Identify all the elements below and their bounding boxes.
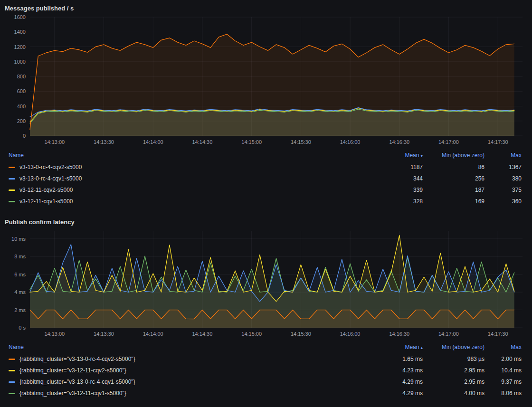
svg-text:14:16:30: 14:16:30 [389,139,409,145]
panel-title-messages-published[interactable]: Messages published / s [4,1,528,13]
svg-text:14:14:30: 14:14:30 [192,331,212,337]
series-min-value: 187 [423,187,484,193]
series-toggle[interactable]: v3-13-0-rc-4-cqv1-s5000 [5,175,352,182]
svg-text:1200: 1200 [14,44,26,50]
svg-text:14:13:00: 14:13:00 [44,331,65,337]
series-toggle[interactable]: v3-12-11-cqv1-s5000 [5,198,352,205]
legend-row: {rabbitmq_cluster="v3-13-0-rc-4-cqv1-s50… [5,376,522,388]
series-min-value: 983 µs [423,356,484,362]
legend-header-name[interactable]: Name [5,152,352,159]
svg-text:600: 600 [17,88,26,94]
series-mean-value: 1187 [352,164,423,170]
legend-header-name[interactable]: Name [5,344,352,350]
svg-text:14:13:30: 14:13:30 [94,331,114,337]
svg-text:14:15:00: 14:15:00 [241,139,262,145]
svg-text:14:16:30: 14:16:30 [389,331,409,337]
series-name-label: {rabbitmq_cluster="v3-13-0-rc-4-cqv2-s50… [19,356,135,362]
svg-text:8 ms: 8 ms [14,254,26,259]
panel-title-publish-confirm-latency[interactable]: Publish confirm latency [4,215,528,227]
legend-row: v3-13-0-rc-4-cqv2-s50001187861367 [5,161,522,173]
svg-text:14:16:00: 14:16:00 [340,331,361,337]
svg-text:14:16:00: 14:16:00 [340,139,361,145]
legend-header-min[interactable]: Min (above zero) [423,344,484,350]
series-name-label: v3-13-0-rc-4-cqv2-s5000 [19,164,82,170]
svg-text:14:14:00: 14:14:00 [143,139,163,145]
svg-text:0 s: 0 s [19,325,26,331]
publish-confirm-latency-chart[interactable]: 0 s2 ms4 ms6 ms8 ms10 ms14:13:0014:13:30… [4,227,528,340]
svg-text:14:13:30: 14:13:30 [94,139,114,145]
series-min-value: 86 [423,164,484,170]
svg-text:14:17:30: 14:17:30 [488,331,508,337]
svg-text:400: 400 [17,104,26,109]
svg-text:6 ms: 6 ms [14,272,26,277]
series-mean-value: 4.29 ms [352,379,423,385]
svg-text:14:15:30: 14:15:30 [291,139,311,145]
series-toggle[interactable]: {rabbitmq_cluster="v3-13-0-rc-4-cqv2-s50… [5,356,352,362]
series-color-swatch [9,393,15,394]
series-color-swatch [9,178,15,180]
series-min-value: 2.95 ms [423,367,484,374]
series-max-value: 8.06 ms [484,390,522,397]
legend-header-min[interactable]: Min (above zero) [423,152,484,159]
series-color-swatch [9,167,15,168]
svg-text:1400: 1400 [14,29,26,35]
panel-messages-published: Messages published / s 02004006008001000… [0,0,532,207]
series-mean-value: 4.23 ms [352,367,423,374]
series-max-value: 10.4 ms [484,367,522,374]
series-name-label: {rabbitmq_cluster="v3-12-11-cqv1-s5000"} [19,390,126,397]
legend-header-max[interactable]: Max [484,152,522,159]
series-max-value: 380 [484,175,522,182]
legend-row: {rabbitmq_cluster="v3-12-11-cqv1-s5000"}… [5,388,522,399]
series-toggle[interactable]: v3-13-0-rc-4-cqv2-s5000 [5,164,352,170]
series-max-value: 1367 [484,164,522,170]
svg-text:800: 800 [17,74,26,79]
series-name-label: {rabbitmq_cluster="v3-13-0-rc-4-cqv1-s50… [19,379,135,385]
panel-publish-confirm-latency: Publish confirm latency 0 s2 ms4 ms6 ms8… [0,214,532,399]
messages-published-chart[interactable]: 0200400600800100012001400160014:13:0014:… [4,13,528,148]
svg-text:14:15:30: 14:15:30 [291,331,311,337]
legend-row: {rabbitmq_cluster="v3-13-0-rc-4-cqv2-s50… [5,353,522,365]
svg-text:14:14:00: 14:14:00 [143,331,163,337]
svg-text:200: 200 [17,118,26,124]
legend-header: Name Mean▾ Min (above zero) Max [5,149,522,161]
legend-header-mean[interactable]: Mean▾ [352,152,423,159]
legend-header-max[interactable]: Max [484,344,522,350]
svg-text:14:13:00: 14:13:00 [44,139,65,145]
series-color-swatch [9,359,15,360]
svg-text:10 ms: 10 ms [11,236,26,242]
svg-text:14:14:30: 14:14:30 [192,139,212,145]
series-color-swatch [9,370,15,371]
series-min-value: 256 [423,175,484,182]
series-mean-value: 339 [352,187,423,193]
legend-rows: v3-13-0-rc-4-cqv2-s50001187861367v3-13-0… [5,161,522,207]
series-mean-value: 1.65 ms [352,356,423,362]
series-toggle[interactable]: {rabbitmq_cluster="v3-12-11-cqv2-s5000"} [5,367,352,374]
series-name-label: {rabbitmq_cluster="v3-12-11-cqv2-s5000"} [19,367,126,374]
series-mean-value: 328 [352,198,423,205]
series-toggle[interactable]: {rabbitmq_cluster="v3-12-11-cqv1-s5000"} [5,390,352,397]
series-color-swatch [9,201,15,202]
series-max-value: 9.37 ms [484,379,522,385]
series-color-swatch [9,189,15,191]
svg-text:4 ms: 4 ms [14,289,26,295]
series-toggle[interactable]: v3-12-11-cqv2-s5000 [5,187,352,193]
series-name-label: v3-13-0-rc-4-cqv1-s5000 [19,175,82,182]
series-mean-value: 4.29 ms [352,390,423,397]
svg-text:0: 0 [23,133,26,139]
legend-row: v3-12-11-cqv1-s5000328169360 [5,196,522,207]
legend-table-messages-published: Name Mean▾ Min (above zero) Max v3-13-0-… [4,148,528,207]
legend-header-mean[interactable]: Mean▴ [352,344,423,350]
svg-text:14:17:00: 14:17:00 [438,139,459,145]
series-color-swatch [9,381,15,383]
svg-text:1600: 1600 [14,14,26,20]
legend-rows: {rabbitmq_cluster="v3-13-0-rc-4-cqv2-s50… [5,353,522,399]
svg-text:1000: 1000 [14,59,26,65]
series-name-label: v3-12-11-cqv2-s5000 [19,187,73,193]
series-max-value: 360 [484,198,522,205]
svg-text:2 ms: 2 ms [14,307,26,313]
legend-row: {rabbitmq_cluster="v3-12-11-cqv2-s5000"}… [5,365,522,376]
series-mean-value: 344 [352,175,423,182]
series-toggle[interactable]: {rabbitmq_cluster="v3-13-0-rc-4-cqv1-s50… [5,379,352,385]
svg-text:14:17:30: 14:17:30 [488,139,508,145]
legend-table-publish-confirm-latency: Name Mean▴ Min (above zero) Max {rabbitm… [4,340,528,399]
